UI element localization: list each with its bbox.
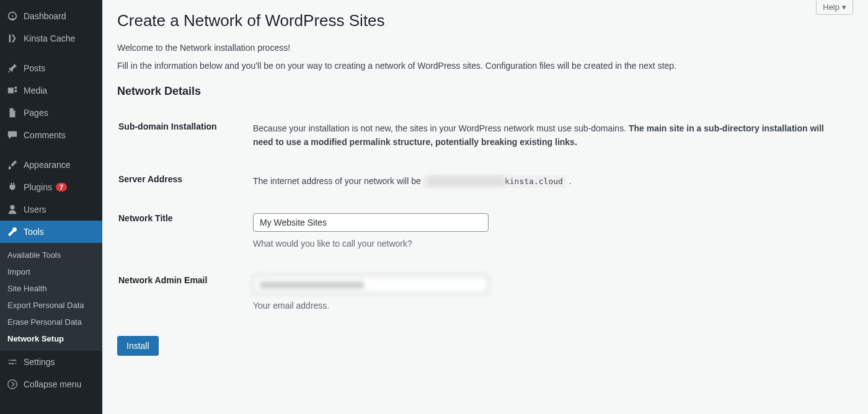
sidebar-submenu-tools: Available Tools Import Site Health Expor… xyxy=(0,243,102,351)
help-tab[interactable]: Help ▾ xyxy=(816,0,853,15)
sidebar-item-tools[interactable]: Tools xyxy=(0,221,102,243)
user-icon xyxy=(6,203,19,216)
install-button[interactable]: Install xyxy=(117,336,159,356)
network-title-input[interactable] xyxy=(253,213,489,232)
admin-sidebar: Dashboard Kinsta Cache Posts Media Pages… xyxy=(0,0,102,414)
subdomain-label: Sub-domain Installation xyxy=(118,112,252,163)
sidebar-item-posts[interactable]: Posts xyxy=(0,57,102,79)
sidebar-item-plugins[interactable]: Plugins 7 xyxy=(0,176,102,198)
kinsta-icon xyxy=(6,32,19,45)
network-title-hint: What would you like to call your network… xyxy=(253,237,846,250)
sidebar-item-dashboard[interactable]: Dashboard xyxy=(0,5,102,27)
submenu-import[interactable]: Import xyxy=(0,263,102,280)
submenu-erase-personal-data[interactable]: Erase Personal Data xyxy=(0,314,102,330)
pin-icon xyxy=(6,62,19,74)
network-admin-email-hint: Your email address. xyxy=(253,299,846,312)
wrench-icon xyxy=(6,226,19,238)
submenu-export-personal-data[interactable]: Export Personal Data xyxy=(0,297,102,314)
collapse-menu[interactable]: Collapse menu xyxy=(0,373,102,395)
sidebar-item-label: Media xyxy=(24,86,47,95)
submenu-network-setup[interactable]: Network Setup xyxy=(0,330,102,347)
sidebar-item-comments[interactable]: Comments xyxy=(0,124,102,146)
page-title: Create a Network of WordPress Sites xyxy=(117,0,853,37)
intro-text-1: Welcome to the Network installation proc… xyxy=(117,42,853,55)
content-area: Help ▾ Create a Network of WordPress Sit… xyxy=(102,0,868,414)
server-address-visible: kinsta.cloud xyxy=(505,177,563,186)
sidebar-item-users[interactable]: Users xyxy=(0,198,102,221)
svg-point-0 xyxy=(8,380,17,389)
sidebar-item-settings[interactable]: Settings xyxy=(0,351,102,373)
intro-text-2: Fill in the information below and you'll… xyxy=(117,59,853,73)
submenu-available-tools[interactable]: Available Tools xyxy=(0,247,102,263)
submenu-site-health[interactable]: Site Health xyxy=(0,280,102,297)
comment-icon xyxy=(6,129,19,141)
sidebar-item-label: Settings xyxy=(24,357,55,367)
sidebar-item-appearance[interactable]: Appearance xyxy=(0,154,102,176)
sidebar-item-label: Posts xyxy=(24,63,45,73)
network-admin-email-input[interactable] xyxy=(253,275,489,294)
media-icon xyxy=(6,84,19,97)
server-address-label: Server Address xyxy=(118,164,252,202)
sidebar-item-label: Dashboard xyxy=(24,11,66,21)
server-address-hidden: xxxxxxxxxxxxxxxx xyxy=(427,177,505,186)
brush-icon xyxy=(6,159,19,171)
network-title-label: Network Title xyxy=(118,203,252,264)
network-admin-email-label: Network Admin Email xyxy=(118,265,252,326)
section-heading: Network Details xyxy=(117,77,853,102)
plug-icon xyxy=(6,181,19,193)
sidebar-item-label: Appearance xyxy=(24,160,71,170)
sidebar-item-label: Pages xyxy=(24,108,48,118)
sidebar-item-label: Kinsta Cache xyxy=(24,33,75,43)
chevron-down-icon: ▾ xyxy=(842,2,846,12)
sidebar-item-label: Tools xyxy=(24,227,44,237)
sidebar-item-kinsta-cache[interactable]: Kinsta Cache xyxy=(0,27,102,50)
subdomain-description: Because your installation is not new, th… xyxy=(253,112,852,163)
sidebar-item-label: Comments xyxy=(24,130,66,140)
settings-icon xyxy=(6,356,19,368)
sidebar-item-media[interactable]: Media xyxy=(0,79,102,102)
network-details-form: Sub-domain Installation Because your ins… xyxy=(117,110,853,327)
collapse-icon xyxy=(6,378,19,390)
plugins-update-badge: 7 xyxy=(56,183,67,192)
collapse-label: Collapse menu xyxy=(24,379,81,389)
page-icon xyxy=(6,107,19,119)
dashboard-icon xyxy=(6,10,19,22)
sidebar-item-pages[interactable]: Pages xyxy=(0,102,102,124)
help-label: Help xyxy=(823,2,839,12)
sidebar-item-label: Users xyxy=(24,205,46,214)
sidebar-item-label: Plugins xyxy=(24,182,52,192)
server-address-description: The internet address of your network wil… xyxy=(253,164,852,202)
